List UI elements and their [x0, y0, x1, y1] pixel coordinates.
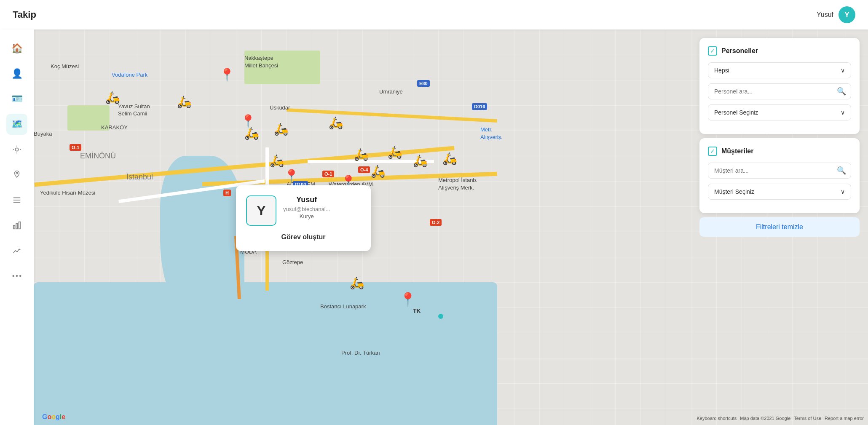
personel-search-wrap: 🔍 [708, 83, 851, 99]
pin-1[interactable]: 📍 [219, 67, 235, 82]
pin-2[interactable]: 📍 [240, 114, 256, 128]
sidebar-item-users[interactable]: 👤 [6, 63, 27, 84]
svg-point-10 [19, 275, 21, 277]
map-footer: Keyboard shortcuts Map data ©2021 Google… [697, 416, 864, 421]
personel-search-icon[interactable]: 🔍 [837, 87, 846, 96]
musteri-secin-dropdown[interactable]: Müşteri Seçiniz ∨ [708, 184, 851, 200]
moto-18[interactable]: 🛵 [350, 276, 364, 290]
moto-7[interactable]: 🛵 [354, 147, 369, 161]
popup-avatar: Y [246, 195, 276, 226]
pin-3[interactable]: 📍 [284, 168, 299, 183]
moto-2[interactable]: 🛵 [177, 95, 192, 109]
road-label-acib: H [223, 190, 231, 196]
svg-point-1 [16, 172, 18, 174]
tk-label: TK [413, 307, 421, 314]
water-marmara [34, 282, 497, 425]
road-label-o4: O-4 [358, 166, 370, 173]
personel-secin-dropdown[interactable]: Personel Seçiniz ∨ [708, 104, 851, 120]
musteri-search-icon[interactable]: 🔍 [837, 166, 846, 175]
green-park1 [67, 105, 110, 131]
moto-11[interactable]: 🛵 [442, 152, 457, 166]
moto-8[interactable]: 🛵 [388, 145, 402, 159]
sidebar-item-pin[interactable] [6, 164, 27, 185]
svg-point-0 [15, 148, 18, 151]
moto-10[interactable]: 🛵 [413, 154, 428, 168]
report-error[interactable]: Report a map error [825, 416, 864, 421]
popup-row: Y Yusuf yusuf@btechanal... Kurye [246, 195, 361, 226]
sidebar: 🏠 👤 🪪 🗺️ [0, 29, 34, 425]
sidebar-item-id-card[interactable]: 🪪 [6, 88, 27, 110]
moto-1[interactable]: 🛵 [105, 91, 120, 104]
svg-rect-7 [19, 222, 21, 229]
map-data: Map data ©2021 Google [740, 416, 790, 421]
popup-role: Kurye [283, 213, 330, 219]
popup-card: Y Yusuf yusuf@btechanal... Kurye Görev o… [236, 185, 371, 251]
moto-4[interactable]: 🛵 [274, 122, 289, 136]
teal-dot [438, 314, 443, 319]
personeller-title: Personeller [721, 47, 758, 55]
sidebar-item-map[interactable]: 🗺️ [6, 114, 27, 135]
musteriler-title: Müşteriler [721, 147, 753, 155]
personeller-checkbox[interactable]: ✓ [708, 46, 717, 56]
svg-point-8 [12, 275, 14, 277]
user-name: Yusuf [817, 11, 833, 19]
user-section: Yusuf Y [817, 6, 855, 23]
gorev-olustur-button[interactable]: Görev oluştur [281, 233, 326, 241]
sidebar-item-list[interactable] [6, 190, 27, 211]
green-nakkas [244, 51, 320, 84]
svg-rect-5 [13, 225, 15, 229]
musteriler-checkbox[interactable]: ✓ [708, 147, 717, 156]
sidebar-item-home[interactable]: 🏠 [6, 38, 27, 59]
road-label-o1: O-1 [322, 171, 334, 177]
musteriler-card: ✓ Müşteriler 🔍 Müşteri Seçiniz ∨ [699, 138, 860, 213]
google-brand: Google [42, 413, 65, 421]
popup-info: Yusuf yusuf@btechanal... Kurye [283, 195, 330, 219]
personel-secin-label: Personel Seçiniz [714, 109, 758, 116]
personeller-card: ✓ Personeller Hepsi ∨ 🔍 Personel Seçiniz… [699, 38, 860, 134]
hepsi-chevron: ∨ [841, 67, 845, 74]
road-label-d016: D016 [472, 103, 487, 110]
hepsi-dropdown[interactable]: Hepsi ∨ [708, 62, 851, 78]
musteri-search-wrap: 🔍 [708, 163, 851, 179]
terms-of-use[interactable]: Terms of Use [794, 416, 821, 421]
moto-5[interactable]: 🛵 [270, 154, 284, 168]
personeller-header: ✓ Personeller [708, 46, 851, 56]
hepsi-label: Hepsi [714, 67, 729, 74]
personel-search-input[interactable] [708, 83, 851, 99]
pin-blue[interactable]: 📍 [399, 291, 416, 307]
sidebar-item-more[interactable] [6, 265, 27, 286]
musteriler-header: ✓ Müşteriler [708, 147, 851, 156]
avatar[interactable]: Y [839, 6, 855, 23]
header: Takip Yusuf Y [0, 0, 868, 29]
musteri-secin-chevron: ∨ [841, 188, 845, 195]
moto-6[interactable]: 🛵 [329, 116, 343, 130]
sidebar-item-chart-line[interactable] [6, 240, 27, 261]
personel-secin-chevron: ∨ [841, 109, 845, 116]
popup-name: Yusuf [283, 195, 330, 204]
popup-email: yusuf@btechanal... [283, 206, 330, 212]
keyboard-shortcuts[interactable]: Keyboard shortcuts [697, 416, 737, 421]
road-label-e80: E80 [417, 80, 430, 87]
road-label-o2: O-2 [430, 219, 442, 226]
svg-point-9 [16, 275, 18, 277]
moto-9[interactable]: 🛵 [371, 164, 386, 178]
page-title: Takip [13, 9, 36, 20]
filter-clear-button[interactable]: Filtreleri temizle [699, 217, 860, 237]
sidebar-item-location[interactable] [6, 139, 27, 160]
svg-rect-6 [16, 223, 18, 229]
right-panel: ✓ Personeller Hepsi ∨ 🔍 Personel Seçiniz… [699, 38, 860, 237]
sidebar-item-chart-bar[interactable] [6, 215, 27, 236]
road-label-o1-west: O-1 [70, 144, 81, 151]
musteri-secin-label: Müşteri Seçiniz [714, 188, 754, 195]
musteri-search-input[interactable] [708, 163, 851, 179]
